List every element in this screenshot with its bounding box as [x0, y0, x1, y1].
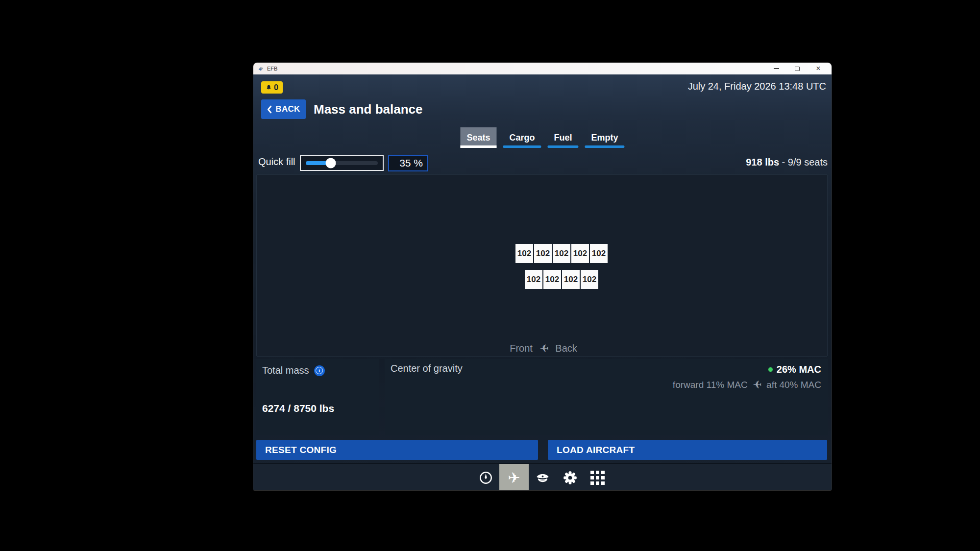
- quick-fill-slider-track[interactable]: [306, 161, 378, 165]
- info-icon-glyph: i: [316, 367, 323, 374]
- pilot-button[interactable]: [529, 464, 556, 490]
- seats-summary: 918 lbs - 9/9 seats: [746, 157, 828, 168]
- tab-cargo-label: Cargo: [510, 133, 535, 143]
- center-of-gravity-panel: Center of gravity 26% MAC forward 11% MA…: [385, 359, 828, 435]
- gauge-button[interactable]: [472, 464, 499, 490]
- seat-4[interactable]: 102: [571, 244, 589, 263]
- datetime-display: July 24, Friday 2026 13:48 UTC: [688, 81, 826, 92]
- close-icon: ×: [816, 65, 820, 72]
- maximize-button[interactable]: [793, 65, 801, 72]
- apps-button[interactable]: [584, 464, 611, 490]
- seat-9[interactable]: 102: [581, 270, 598, 289]
- seat-8[interactable]: 102: [562, 270, 580, 289]
- window-controls: ×: [772, 65, 827, 72]
- seat-6[interactable]: 102: [525, 270, 542, 289]
- total-mass-panel: Total mass i 6274 / 8750 lbs: [256, 359, 379, 435]
- maximize-icon: [795, 67, 800, 71]
- bell-icon: [266, 84, 272, 91]
- back-button[interactable]: BACK: [261, 99, 306, 119]
- quick-fill-slider[interactable]: [300, 155, 384, 171]
- tab-empty[interactable]: Empty: [585, 127, 625, 148]
- toolbar-icons: ✈: [472, 464, 611, 490]
- back-label: Back: [555, 343, 577, 354]
- seat-3[interactable]: 102: [553, 244, 570, 263]
- airplane-left-icon: ✈: [753, 379, 761, 391]
- notification-badge[interactable]: 0: [261, 81, 283, 94]
- tab-seats-label: Seats: [466, 133, 490, 143]
- settings-button[interactable]: [556, 464, 584, 490]
- total-mass-value: 6274 / 8750 lbs: [262, 403, 334, 414]
- reset-config-button[interactable]: RESET CONFIG: [256, 440, 538, 460]
- os-titlebar[interactable]: EFB ×: [253, 63, 832, 74]
- mass-balance-tabs: Seats Cargo Fuel Empty: [460, 127, 624, 148]
- app-icon: [258, 66, 264, 72]
- pilot-cap-icon: [535, 470, 550, 485]
- minimize-button[interactable]: [772, 65, 780, 72]
- quick-fill-slider-thumb[interactable]: [326, 158, 336, 168]
- cog-current-value: 26% MAC: [777, 364, 821, 375]
- tab-fuel-label: Fuel: [554, 133, 572, 143]
- seat-rows: 102 102 102 102 102 102 102 102 102: [515, 244, 608, 289]
- notification-count: 0: [274, 83, 278, 92]
- status-dot: [768, 367, 773, 372]
- seats-summary-rest: - 9/9 seats: [779, 157, 828, 168]
- cog-range: forward 11% MAC ✈ aft 40% MAC: [673, 379, 821, 391]
- efb-app-window: EFB × 0 July 24, Friday 2026 13:48 UTC B…: [253, 63, 832, 490]
- close-button[interactable]: ×: [814, 65, 822, 72]
- seats-summary-weight: 918 lbs: [746, 157, 779, 168]
- bottom-toolbar: ✈: [253, 463, 832, 490]
- airplane-left-icon: ✈: [539, 342, 548, 355]
- gauge-icon: [479, 471, 493, 485]
- cog-current: 26% MAC: [768, 364, 821, 375]
- tab-fuel[interactable]: Fuel: [548, 127, 579, 148]
- back-button-label: BACK: [275, 104, 300, 114]
- total-mass-label: Total mass: [262, 365, 309, 376]
- seat-2[interactable]: 102: [534, 244, 552, 263]
- page-title: Mass and balance: [314, 99, 423, 119]
- app-content: 0 July 24, Friday 2026 13:48 UTC BACK Ma…: [253, 74, 832, 490]
- seat-5[interactable]: 102: [590, 244, 608, 263]
- tab-seats[interactable]: Seats: [460, 127, 496, 148]
- tab-empty-label: Empty: [591, 133, 618, 143]
- window-title: EFB: [267, 66, 277, 72]
- tab-cargo[interactable]: Cargo: [503, 127, 541, 148]
- seat-row-front: 102 102 102 102 102: [515, 244, 608, 263]
- airplane-icon: ✈: [508, 469, 520, 486]
- orientation-indicator: Front ✈ Back: [510, 342, 577, 355]
- load-aircraft-button[interactable]: LOAD AIRCRAFT: [548, 440, 827, 460]
- quick-fill-label: Quick fill: [258, 156, 295, 168]
- cog-forward-limit: forward 11% MAC: [673, 380, 748, 390]
- seat-7[interactable]: 102: [543, 270, 561, 289]
- minimize-icon: [774, 68, 779, 69]
- seat-map-panel: 102 102 102 102 102 102 102 102 102 Fron…: [256, 174, 828, 357]
- seat-1[interactable]: 102: [515, 244, 533, 263]
- gear-icon: [563, 471, 577, 485]
- cog-label: Center of gravity: [391, 363, 463, 374]
- seat-row-back: 102 102 102 102: [525, 270, 598, 289]
- grid-icon: [590, 471, 605, 485]
- aircraft-button[interactable]: ✈: [499, 464, 529, 490]
- info-icon[interactable]: i: [314, 365, 325, 376]
- quick-fill-value-input[interactable]: 35 %: [388, 155, 428, 171]
- cog-aft-limit: aft 40% MAC: [766, 380, 821, 390]
- front-label: Front: [510, 343, 533, 354]
- chevron-left-icon: [267, 105, 272, 114]
